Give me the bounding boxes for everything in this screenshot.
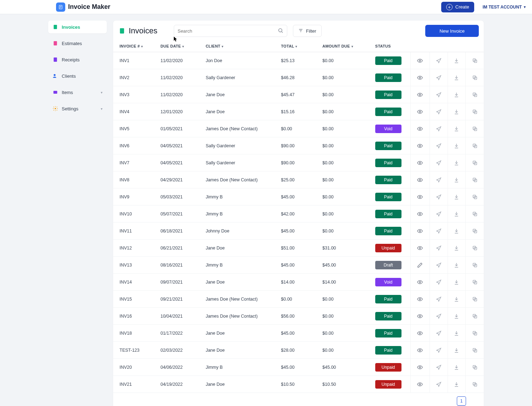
sidebar-item-receipts[interactable]: Receipts (48, 53, 107, 66)
table-row[interactable]: INV1509/21/2021James Doe (New Contact)$0… (113, 291, 484, 308)
send-icon[interactable] (434, 311, 444, 321)
download-icon[interactable] (451, 345, 461, 355)
table-row[interactable]: INV412/01/2020Jane Doe$15.16$0.00Paid (113, 103, 484, 120)
create-button[interactable]: + Create (441, 2, 474, 12)
eye-icon[interactable] (415, 175, 425, 185)
send-icon[interactable] (434, 192, 444, 202)
filter-button[interactable]: Filter (293, 25, 322, 37)
eye-icon[interactable] (415, 243, 425, 253)
eye-icon[interactable] (415, 379, 425, 389)
copy-icon[interactable] (470, 90, 480, 100)
eye-icon[interactable] (415, 328, 425, 338)
table-row[interactable]: INV311/02/2020Jane Doe$45.47$0.00Paid (113, 86, 484, 103)
table-row[interactable]: INV1610/04/2021James Doe (New Contact)$5… (113, 308, 484, 325)
eye-icon[interactable] (415, 226, 425, 236)
copy-icon[interactable] (470, 73, 480, 83)
copy-icon[interactable] (470, 379, 480, 389)
search-input-wrap[interactable] (174, 25, 287, 37)
send-icon[interactable] (434, 328, 444, 338)
download-icon[interactable] (451, 209, 461, 219)
download-icon[interactable] (451, 226, 461, 236)
download-icon[interactable] (451, 107, 461, 117)
copy-icon[interactable] (470, 175, 480, 185)
table-row[interactable]: INV111/02/2020Jon Doe$25.13$0.00Paid (113, 52, 484, 69)
download-icon[interactable] (451, 90, 461, 100)
table-row[interactable]: INV704/05/2021Sally Gardener$90.00$0.00P… (113, 154, 484, 171)
send-icon[interactable] (434, 345, 444, 355)
copy-icon[interactable] (470, 294, 480, 304)
download-icon[interactable] (451, 294, 461, 304)
sidebar-item-items[interactable]: Items ▾ (48, 86, 107, 99)
col-client[interactable]: CLIENT▾ (204, 40, 279, 52)
send-icon[interactable] (434, 243, 444, 253)
eye-icon[interactable] (415, 73, 425, 83)
send-icon[interactable] (434, 90, 444, 100)
send-icon[interactable] (434, 379, 444, 389)
download-icon[interactable] (451, 379, 461, 389)
eye-icon[interactable] (415, 362, 425, 372)
copy-icon[interactable] (470, 311, 480, 321)
download-icon[interactable] (451, 158, 461, 168)
send-icon[interactable] (434, 56, 444, 66)
table-row[interactable]: INV2104/19/2022Jane Doe$10.50$10.50Unpai… (113, 376, 484, 393)
copy-icon[interactable] (470, 56, 480, 66)
table-row[interactable]: TEST-12302/03/2022Jane Doe$28.00$0.00Pai… (113, 342, 484, 359)
send-icon[interactable] (434, 209, 444, 219)
download-icon[interactable] (451, 124, 461, 134)
table-row[interactable]: INV1005/07/2021Jimmy B$42.00$0.00Paid (113, 205, 484, 223)
download-icon[interactable] (451, 362, 461, 372)
eye-icon[interactable] (415, 277, 425, 287)
copy-icon[interactable] (470, 260, 480, 270)
copy-icon[interactable] (470, 362, 480, 372)
eye-icon[interactable] (415, 56, 425, 66)
copy-icon[interactable] (470, 107, 480, 117)
download-icon[interactable] (451, 141, 461, 151)
send-icon[interactable] (434, 107, 444, 117)
copy-icon[interactable] (470, 124, 480, 134)
download-icon[interactable] (451, 243, 461, 253)
sidebar-item-clients[interactable]: Clients (48, 70, 107, 82)
download-icon[interactable] (451, 260, 461, 270)
send-icon[interactable] (434, 141, 444, 151)
copy-icon[interactable] (470, 209, 480, 219)
send-icon[interactable] (434, 124, 444, 134)
col-due-date[interactable]: DUE DATE▾ (158, 40, 203, 52)
eye-icon[interactable] (415, 141, 425, 151)
sidebar-item-estimates[interactable]: Estimates (48, 37, 107, 50)
table-row[interactable]: INV1308/16/2021Jimmy B$45.00$45.00Draft (113, 257, 484, 274)
eye-icon[interactable] (415, 158, 425, 168)
download-icon[interactable] (451, 328, 461, 338)
col-invoice[interactable]: INVOICE #▾ (113, 40, 158, 52)
copy-icon[interactable] (470, 158, 480, 168)
send-icon[interactable] (434, 175, 444, 185)
eye-icon[interactable] (415, 294, 425, 304)
table-row[interactable]: INV604/05/2021Sally Gardener$90.00$0.00P… (113, 137, 484, 154)
download-icon[interactable] (451, 192, 461, 202)
eye-icon[interactable] (415, 311, 425, 321)
eye-icon[interactable] (415, 124, 425, 134)
download-icon[interactable] (451, 277, 461, 287)
send-icon[interactable] (434, 73, 444, 83)
col-amount-due[interactable]: AMOUNT DUE▾ (320, 40, 373, 52)
new-invoice-button[interactable]: New Invoice (425, 25, 479, 37)
send-icon[interactable] (434, 277, 444, 287)
table-row[interactable]: INV501/05/2021James Doe (New Contact)$0.… (113, 120, 484, 137)
table-row[interactable]: INV1801/17/2022Jane Doe$45.00$0.00Paid (113, 325, 484, 342)
send-icon[interactable] (434, 158, 444, 168)
col-total[interactable]: TOTAL▾ (279, 40, 320, 52)
copy-icon[interactable] (470, 243, 480, 253)
copy-icon[interactable] (470, 192, 480, 202)
table-row[interactable]: INV2004/06/2022Jimmy B$45.00$45.00Unpaid (113, 359, 484, 376)
edit-icon[interactable] (415, 260, 425, 270)
eye-icon[interactable] (415, 107, 425, 117)
search-input[interactable] (178, 28, 275, 34)
table-row[interactable]: INV1206/21/2021Jane Doe$51.00$31.00Unpai… (113, 240, 484, 257)
download-icon[interactable] (451, 73, 461, 83)
send-icon[interactable] (434, 260, 444, 270)
download-icon[interactable] (451, 56, 461, 66)
copy-icon[interactable] (470, 277, 480, 287)
eye-icon[interactable] (415, 209, 425, 219)
download-icon[interactable] (451, 175, 461, 185)
copy-icon[interactable] (470, 328, 480, 338)
table-row[interactable]: INV905/03/2021Jimmy B$45.00$0.00Paid (113, 188, 484, 205)
